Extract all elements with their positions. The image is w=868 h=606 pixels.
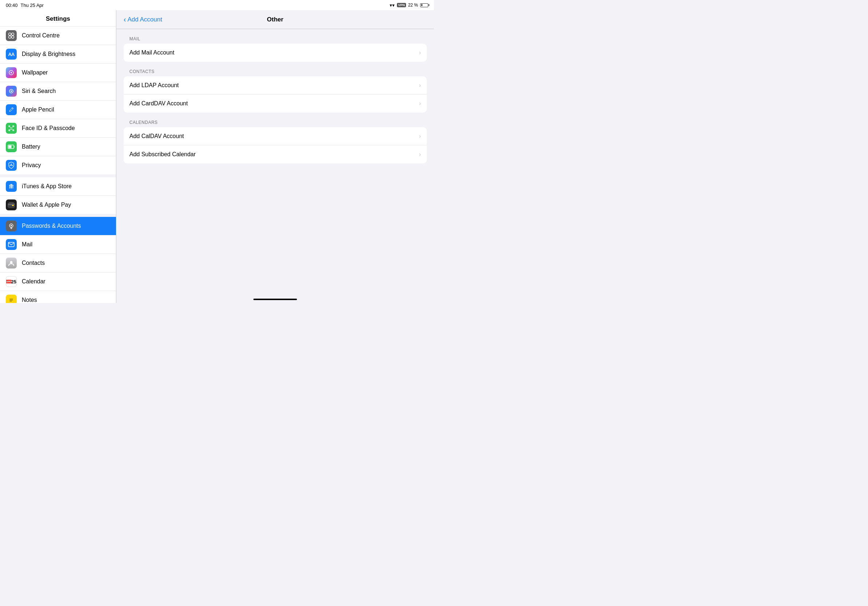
svg-point-2: [9, 36, 11, 39]
privacy-icon: [6, 160, 17, 171]
add-subscribed-calendar-item[interactable]: Add Subscribed Calendar ›: [124, 145, 427, 164]
sidebar-item-appstore[interactable]: iTunes & App Store: [0, 177, 116, 196]
home-indicator: [116, 296, 434, 303]
detail-content: MAIL Add Mail Account › CONTACTS Add LDA…: [116, 29, 434, 296]
sidebar-section-1: Control Centre AA Display & Brightness W…: [0, 26, 116, 175]
sidebar: Settings Control Centre AA Display & Bri…: [0, 10, 116, 303]
sidebar-section-2: iTunes & App Store Wallet & Apple Pay: [0, 175, 116, 214]
sidebar-item-battery[interactable]: Battery: [0, 138, 116, 156]
main-layout: Settings Control Centre AA Display & Bri…: [0, 10, 434, 303]
sidebar-item-label: Wallpaper: [22, 70, 48, 76]
detail-title: Other: [267, 16, 283, 23]
svg-point-12: [10, 127, 11, 128]
display-icon: AA: [6, 49, 17, 60]
status-time-date: 00:40 Thu 25 Apr: [6, 3, 43, 8]
appstore-icon: [6, 181, 17, 192]
sidebar-item-display[interactable]: AA Display & Brightness: [0, 45, 116, 63]
sidebar-item-label: Privacy: [22, 162, 41, 169]
svg-rect-11: [13, 130, 14, 131]
status-bar: 00:40 Thu 25 Apr ▾▾ VPN 22 %: [0, 0, 434, 10]
sidebar-item-pencil[interactable]: Apple Pencil: [0, 100, 116, 119]
sidebar-item-control-centre[interactable]: Control Centre: [0, 26, 116, 45]
sidebar-item-privacy[interactable]: Privacy: [0, 156, 116, 175]
sidebar-item-label: Apple Pencil: [22, 107, 54, 113]
svg-rect-17: [9, 146, 12, 148]
sidebar-item-label: Siri & Search: [22, 88, 56, 94]
battery-icon: [420, 3, 428, 7]
sidebar-item-notes[interactable]: Notes: [0, 291, 116, 303]
sidebar-item-faceid[interactable]: Face ID & Passcode: [0, 119, 116, 138]
sidebar-item-label: Control Centre: [22, 32, 60, 39]
add-mail-account-label: Add Mail Account: [129, 49, 175, 56]
contacts-section-header: CONTACTS: [124, 69, 427, 74]
sidebar-item-label: Face ID & Passcode: [22, 125, 75, 131]
add-ldap-account-label: Add LDAP Account: [129, 82, 179, 89]
chevron-right-icon: ›: [419, 49, 421, 56]
sidebar-item-label: Passwords & Accounts: [22, 223, 81, 229]
sidebar-item-wallet[interactable]: Wallet & Apple Pay: [0, 196, 116, 214]
svg-point-1: [12, 33, 14, 36]
svg-point-3: [12, 36, 14, 39]
chevron-right-icon: ›: [419, 151, 421, 158]
sidebar-item-siri[interactable]: Siri & Search: [0, 82, 116, 100]
contacts-icon: [6, 258, 17, 269]
wifi-icon: ▾▾: [390, 3, 395, 8]
svg-point-13: [12, 127, 13, 128]
mail-section-items: Add Mail Account ›: [124, 43, 427, 62]
sidebar-item-contacts[interactable]: Contacts: [0, 254, 116, 272]
sidebar-title: Settings: [0, 10, 116, 26]
detail-header: ‹ Add Account Other: [116, 10, 434, 29]
sidebar-item-calendar[interactable]: APR 25 Calendar: [0, 272, 116, 291]
mail-icon: [6, 239, 17, 250]
svg-rect-16: [14, 146, 14, 147]
home-bar: [253, 298, 297, 300]
vpn-badge: VPN: [397, 3, 406, 7]
battery-percent: 22 %: [408, 3, 418, 8]
battery-setting-icon: [6, 141, 17, 152]
passwords-icon: [6, 221, 17, 232]
sidebar-section-3: Passwords & Accounts Mail: [0, 214, 116, 303]
wallet-icon: [6, 199, 17, 210]
contacts-section: CONTACTS Add LDAP Account › Add CardDAV …: [124, 69, 427, 113]
status-time: 00:40: [6, 3, 18, 8]
add-caldav-account-label: Add CalDAV Account: [129, 133, 184, 139]
chevron-right-icon: ›: [419, 100, 421, 107]
calendars-section-header: CALENDARS: [124, 120, 427, 125]
add-carddav-account-item[interactable]: Add CardDAV Account ›: [124, 94, 427, 113]
back-chevron-icon: ‹: [124, 15, 126, 23]
svg-point-23: [11, 225, 12, 226]
add-subscribed-calendar-label: Add Subscribed Calendar: [129, 151, 195, 158]
chevron-right-icon: ›: [419, 82, 421, 89]
sidebar-item-label: Display & Brightness: [22, 51, 76, 57]
notes-icon: [6, 295, 17, 303]
calendar-icon: APR 25: [6, 276, 17, 287]
sidebar-item-mail[interactable]: Mail: [0, 235, 116, 254]
add-ldap-account-item[interactable]: Add LDAP Account ›: [124, 76, 427, 94]
svg-rect-21: [12, 205, 14, 206]
svg-point-0: [9, 33, 11, 36]
sidebar-item-wallpaper[interactable]: Wallpaper: [0, 63, 116, 82]
add-caldav-account-item[interactable]: Add CalDAV Account ›: [124, 127, 427, 145]
pencil-icon: [6, 104, 17, 115]
status-date: Thu 25 Apr: [21, 3, 44, 8]
mail-section: MAIL Add Mail Account ›: [124, 36, 427, 62]
add-carddav-account-label: Add CardDAV Account: [129, 100, 188, 107]
control-centre-icon: [6, 30, 17, 41]
sidebar-item-label: Wallet & Apple Pay: [22, 202, 71, 208]
contacts-section-items: Add LDAP Account › Add CardDAV Account ›: [124, 76, 427, 113]
sidebar-item-label: iTunes & App Store: [22, 183, 71, 190]
svg-point-5: [11, 72, 12, 73]
calendars-section: CALENDARS Add CalDAV Account › Add Subsc…: [124, 120, 427, 164]
wallpaper-icon: [6, 67, 17, 78]
svg-rect-10: [9, 130, 10, 131]
faceid-icon: [6, 123, 17, 134]
back-button[interactable]: ‹ Add Account: [124, 16, 162, 23]
back-label: Add Account: [127, 16, 162, 23]
calendars-section-items: Add CalDAV Account › Add Subscribed Cale…: [124, 127, 427, 164]
svg-point-27: [10, 261, 13, 264]
sidebar-item-passwords[interactable]: Passwords & Accounts: [0, 217, 116, 235]
add-mail-account-item[interactable]: Add Mail Account ›: [124, 43, 427, 62]
sidebar-item-label: Mail: [22, 241, 33, 248]
sidebar-item-label: Notes: [22, 297, 37, 303]
mail-section-header: MAIL: [124, 36, 427, 42]
